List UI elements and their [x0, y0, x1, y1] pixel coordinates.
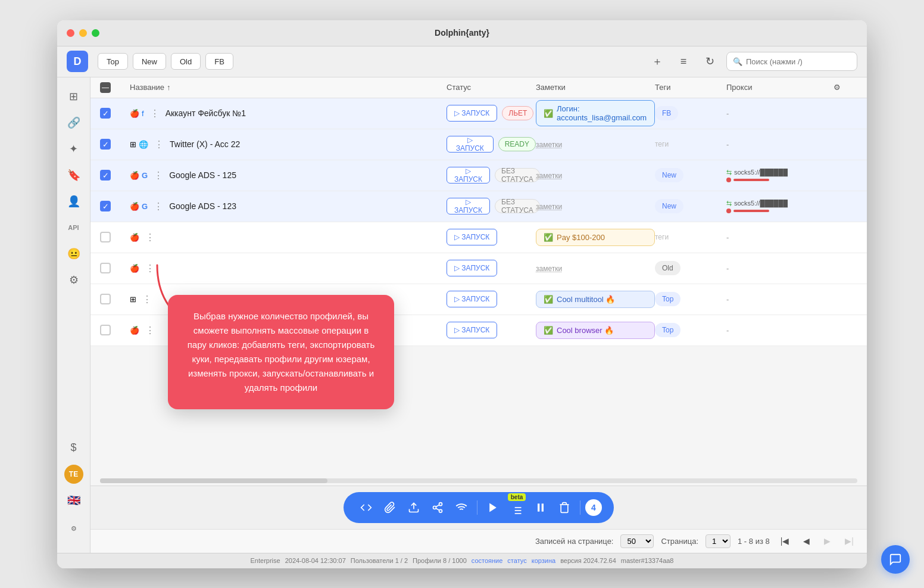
row-menu[interactable]: ⋮ — [148, 108, 162, 119]
wifi-button[interactable] — [451, 497, 472, 518]
close-button[interactable] — [67, 29, 74, 37]
note-text: Cool multitool 🔥 — [557, 295, 615, 304]
tag-badge[interactable]: New — [655, 168, 683, 182]
sidebar-item-bookmark[interactable]: 🔖 — [62, 163, 86, 187]
row-checkbox[interactable] — [100, 325, 130, 335]
row-checkbox[interactable] — [100, 263, 130, 273]
sidebar-item-dollar[interactable]: $ — [62, 436, 86, 460]
list-button[interactable] — [506, 500, 527, 521]
tag-btn-new[interactable]: New — [133, 53, 166, 70]
row-menu[interactable]: ⋮ — [143, 325, 157, 336]
checkbox-1[interactable]: ✓ — [100, 108, 111, 119]
checkbox-5[interactable] — [100, 232, 111, 242]
share-button[interactable] — [427, 497, 448, 518]
basket-link[interactable]: корзина — [532, 557, 555, 564]
first-page-button[interactable]: |◀ — [777, 535, 793, 547]
pause-button[interactable] — [530, 497, 551, 518]
proxy-value: - — [726, 109, 834, 118]
paperclip-button[interactable] — [379, 497, 401, 518]
search-box[interactable]: 🔍 — [726, 52, 857, 71]
sidebar-item-toggle[interactable]: ⚙ — [62, 517, 86, 541]
tag-badge[interactable]: Top — [655, 292, 680, 306]
code-button[interactable] — [355, 497, 377, 518]
prev-page-button[interactable]: ◀ — [800, 535, 813, 547]
play-button[interactable] — [482, 497, 504, 518]
row-checkbox[interactable] — [100, 232, 130, 242]
tag-badge[interactable]: FB — [655, 106, 678, 120]
launch-button[interactable]: ▷ ЗАПУСК — [447, 198, 490, 214]
tag-btn-old[interactable]: Old — [171, 53, 201, 70]
page-select[interactable]: 1 — [706, 534, 731, 548]
row-menu[interactable]: ⋮ — [151, 170, 166, 181]
table-row: ✓ 🍎 G ⋮ Google ADS - 123 ▷ ЗАПУСК БЕЗ СТ… — [90, 191, 867, 222]
state-link[interactable]: состояние — [472, 557, 503, 564]
row-menu[interactable]: ⋮ — [152, 139, 166, 150]
sidebar-item-link[interactable]: 🔗 — [62, 111, 86, 135]
per-page-select[interactable]: 50 25 100 — [620, 534, 654, 548]
col-checkbox[interactable]: — — [100, 82, 130, 93]
last-page-button[interactable]: ▶| — [841, 535, 857, 547]
profile-name: Google ADS - 123 — [169, 201, 236, 211]
tag-badge[interactable]: Top — [655, 323, 680, 337]
sidebar-item-flag[interactable]: 🇬🇧 — [62, 489, 86, 512]
row-menu[interactable]: ⋮ — [143, 263, 157, 274]
row-menu[interactable]: ⋮ — [151, 201, 166, 212]
filter-button[interactable]: ≡ — [674, 52, 693, 71]
scrollbar[interactable] — [100, 478, 857, 483]
sidebar-item-star[interactable]: ✦ — [62, 137, 86, 161]
select-all-checkbox[interactable]: — — [100, 82, 111, 93]
upload-button[interactable] — [403, 497, 424, 518]
next-page-button[interactable]: ▶ — [820, 535, 834, 547]
col-name[interactable]: Название ↑ — [130, 83, 447, 92]
checkbox-2[interactable]: ✓ — [100, 139, 111, 150]
checkbox-6[interactable] — [100, 263, 111, 273]
minimize-button[interactable] — [79, 29, 87, 37]
avatar[interactable]: TE — [64, 465, 83, 484]
check-icon: ✅ — [544, 109, 553, 118]
chat-button[interactable] — [881, 545, 910, 574]
add-button[interactable]: ＋ — [648, 52, 667, 71]
sidebar-item-api[interactable]: API — [62, 216, 86, 239]
sidebar-item-settings[interactable]: ⚙ — [62, 268, 86, 292]
launch-button[interactable]: ▷ ЗАПУСК — [447, 105, 497, 122]
tag-badge[interactable]: Old — [655, 261, 680, 275]
search-input[interactable] — [746, 57, 851, 66]
launch-button[interactable]: ▷ ЗАПУСК — [447, 229, 497, 245]
svg-point-3 — [439, 502, 442, 505]
row-checkbox[interactable]: ✓ — [100, 108, 130, 119]
scrollbar-thumb[interactable] — [100, 478, 327, 483]
tag-badge[interactable]: New — [655, 199, 683, 213]
launch-button[interactable]: ▷ ЗАПУСК — [447, 167, 490, 183]
refresh-button[interactable]: ↻ — [700, 52, 719, 71]
row-menu[interactable]: ⋮ — [143, 232, 157, 243]
checkbox-8[interactable] — [100, 325, 111, 335]
row-checkbox[interactable]: ✓ — [100, 170, 130, 181]
row-checkbox[interactable] — [100, 294, 130, 304]
col-settings[interactable]: ⚙ — [834, 83, 857, 92]
checkbox-4[interactable]: ✓ — [100, 201, 111, 211]
window-title: Dolphin{anty} — [435, 28, 489, 38]
trash-button[interactable] — [554, 497, 575, 518]
launch-button[interactable]: ▷ ЗАПУСК — [447, 291, 497, 307]
row-checkbox[interactable]: ✓ — [100, 201, 130, 211]
launch-button[interactable]: ▷ ЗАПУСК — [447, 322, 497, 338]
checkbox-7[interactable] — [100, 294, 111, 304]
tag-btn-top[interactable]: Top — [98, 53, 128, 70]
sidebar-item-user[interactable]: 😐 — [62, 242, 86, 266]
sidebar-item-table[interactable]: ⊞ — [62, 85, 86, 108]
bottom-toolbar: beta 4 — [90, 486, 867, 529]
tag-cell: Top — [655, 323, 726, 337]
proxy-cell: - — [726, 140, 834, 149]
tag-cell: теги — [655, 140, 726, 148]
profile-name: Google ADS - 125 — [169, 170, 236, 180]
status-link[interactable]: статус — [507, 557, 526, 564]
fullscreen-button[interactable] — [92, 29, 99, 37]
launch-button[interactable]: ▷ ЗАПУСК — [447, 260, 497, 276]
sidebar-item-person[interactable]: 👤 — [62, 189, 86, 213]
row-checkbox[interactable]: ✓ — [100, 139, 130, 150]
checkbox-3[interactable]: ✓ — [100, 170, 111, 181]
row-menu[interactable]: ⋮ — [140, 294, 154, 305]
name-cell: 🍎 ⋮ — [130, 263, 447, 274]
tag-btn-fb[interactable]: FB — [205, 53, 233, 70]
launch-button[interactable]: ▷ ЗАПУСК — [447, 136, 494, 153]
